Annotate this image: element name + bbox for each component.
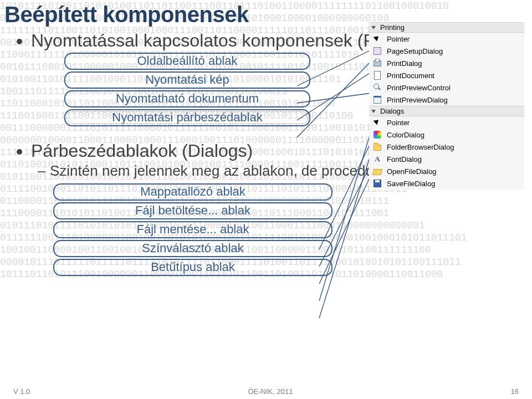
toolbox-item-folderbrowserdialog[interactable]: FolderBrowserDialog — [369, 141, 524, 153]
callout-color-dialog: Színválasztó ablak — [53, 240, 332, 257]
toolbox-item-fontdialog[interactable]: FontDialog — [369, 153, 524, 165]
font-icon — [372, 154, 382, 164]
toolbox-item-colordialog[interactable]: ColorDialog — [369, 129, 524, 141]
item-label: SaveFileDialog — [387, 180, 521, 188]
page-setup-icon — [372, 46, 382, 56]
callout-save-file: Fájl mentése... ablak — [53, 221, 332, 238]
slide-footer: V 1.0 ÓE-NIK, 2011 16 — [0, 387, 532, 396]
toolbox-item-printpreviewdialog[interactable]: PrintPreviewDialog — [369, 94, 524, 106]
toolbox-item-openfiledialog[interactable]: OpenFileDialog — [369, 165, 524, 177]
callout-open-file: Fájl betöltése... ablak — [53, 202, 332, 219]
printer-icon — [372, 58, 382, 68]
callout-font-dialog: Betűtípus ablak — [53, 259, 332, 276]
group-header-printing[interactable]: Printing — [369, 22, 524, 33]
item-label: PrintDocument — [387, 71, 521, 80]
footer-org: ÓE-NIK, 2011 — [248, 387, 293, 396]
footer-page-number: 16 — [511, 387, 519, 396]
item-label: FontDialog — [387, 155, 521, 163]
item-label: PrintDialog — [387, 59, 521, 68]
item-label: FolderBrowserDialog — [387, 143, 521, 151]
toolbox-palette: Printing Pointer PageSetupDialog PrintDi… — [369, 22, 524, 190]
item-label: ColorDialog — [387, 131, 521, 139]
section-heading: Párbeszédablakok (Dialogs) — [31, 141, 253, 161]
color-icon — [374, 131, 381, 139]
toolbox-item-printpreviewcontrol[interactable]: PrintPreviewControl — [369, 81, 524, 94]
dialog-icon — [372, 95, 382, 105]
toolbox-item-pointer[interactable]: Pointer — [369, 116, 524, 129]
item-label: PageSetupDialog — [387, 47, 521, 55]
chevron-down-icon — [371, 110, 376, 113]
toolbox-item-printdialog[interactable]: PrintDialog — [369, 57, 524, 69]
item-label: OpenFileDialog — [387, 167, 521, 176]
toolbox-item-pagesetupdialog[interactable]: PageSetupDialog — [369, 45, 524, 57]
footer-version: V 1.0 — [13, 387, 30, 396]
item-label: PrintPreviewControl — [387, 84, 521, 92]
pointer-icon — [372, 34, 382, 44]
document-icon — [372, 70, 382, 80]
toolbox-item-printdocument[interactable]: PrintDocument — [369, 69, 524, 81]
magnifier-icon — [372, 83, 382, 93]
save-file-icon — [372, 178, 382, 188]
callout-print-document: Nyomtatható dokumentum — [64, 90, 310, 108]
group-label: Dialogs — [380, 107, 404, 115]
open-file-icon — [372, 166, 382, 176]
chevron-down-icon — [371, 26, 376, 29]
item-label: Pointer — [387, 119, 521, 127]
callout-print-preview: Nyomtatási kép — [64, 71, 310, 89]
item-label: Pointer — [387, 35, 521, 43]
toolbox-item-pointer[interactable]: Pointer — [369, 33, 524, 45]
callout-page-setup: Oldalbeállító ablak — [64, 53, 310, 70]
folder-icon — [372, 142, 382, 152]
group-label: Printing — [380, 23, 405, 32]
group-header-dialogs[interactable]: Dialogs — [369, 106, 524, 116]
pointer-icon — [372, 117, 382, 127]
callout-print-dialog: Nyomtatási párbeszédablak — [64, 109, 310, 126]
toolbox-item-savefiledialog[interactable]: SaveFileDialog — [369, 177, 524, 190]
item-label: PrintPreviewDialog — [387, 96, 521, 104]
callout-folder-browser: Mappatallózó ablak — [53, 183, 332, 201]
